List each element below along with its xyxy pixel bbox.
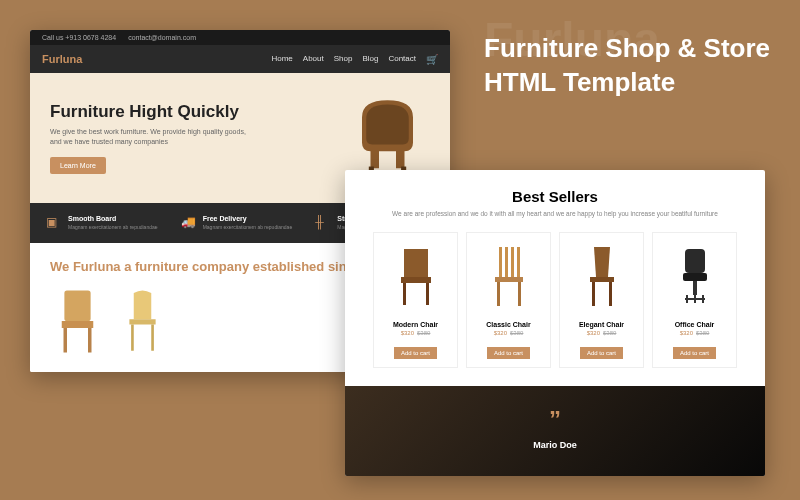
- product-price: $320: [587, 330, 600, 336]
- nav-blog[interactable]: Blog: [362, 54, 378, 65]
- feature-title: Smooth Board: [68, 215, 158, 222]
- add-to-cart-button[interactable]: Add to cart: [580, 347, 623, 359]
- about-pre: We: [50, 259, 73, 274]
- showcase-title-l2: HTML Template: [484, 66, 770, 100]
- svg-rect-4: [64, 328, 68, 353]
- product-price: $320: [680, 330, 693, 336]
- svg-rect-21: [592, 282, 595, 306]
- add-to-cart-button[interactable]: Add to cart: [487, 347, 530, 359]
- product-card[interactable]: Office Chair $320$380 Add to cart: [652, 232, 737, 368]
- feature-desc: Magnam exercitationem ab repudiandae: [203, 224, 293, 231]
- product-image: [572, 241, 632, 311]
- book-icon: ▣: [46, 215, 62, 231]
- feature-smooth: ▣ Smooth BoardMagnam exercitationem ab r…: [46, 215, 165, 231]
- sellers-title: Best Sellers: [365, 188, 745, 205]
- feature-delivery: 🚚 Free DeliveryMagnam exercitationem ab …: [181, 215, 300, 231]
- svg-rect-13: [499, 247, 502, 277]
- product-name: Modern Chair: [380, 321, 451, 328]
- svg-rect-9: [404, 249, 428, 277]
- products-grid: Modern Chair $320$380 Add to cart Classi…: [365, 232, 745, 368]
- svg-rect-23: [685, 249, 705, 273]
- hero-title: Furniture Hight Quickly: [50, 102, 259, 122]
- product-image: [479, 241, 539, 311]
- svg-rect-16: [517, 247, 520, 277]
- product-price: $320: [494, 330, 507, 336]
- top-bar: Call us +913 0678 4284 contact@domain.co…: [30, 30, 450, 45]
- svg-rect-3: [62, 321, 94, 328]
- quote-icon: ”: [365, 406, 745, 434]
- svg-rect-19: [518, 282, 521, 306]
- svg-rect-14: [505, 247, 508, 277]
- template-preview-2: Best Sellers We are are profession and w…: [345, 170, 765, 476]
- chair-image-2: [115, 286, 170, 356]
- product-image: [386, 241, 446, 311]
- svg-rect-12: [426, 283, 429, 305]
- product-old-price: $380: [417, 330, 430, 336]
- about-brand: Furluna: [73, 259, 121, 274]
- best-sellers-section: Best Sellers We are are profession and w…: [345, 170, 765, 386]
- feature-desc: Magnam exercitationem ab repudiandae: [68, 224, 158, 231]
- product-card[interactable]: Classic Chair $320$380 Add to cart: [466, 232, 551, 368]
- hero-desc: We give the best work furniture. We prov…: [50, 127, 259, 147]
- email-text: contact@domain.com: [128, 34, 196, 41]
- svg-rect-11: [403, 283, 406, 305]
- product-old-price: $380: [696, 330, 709, 336]
- nav-about[interactable]: About: [303, 54, 324, 65]
- svg-rect-15: [511, 247, 514, 277]
- svg-rect-17: [495, 277, 523, 282]
- showcase-title-l1: Furniture Shop & Store: [484, 32, 770, 66]
- product-name: Elegant Chair: [566, 321, 637, 328]
- phone-text: Call us +913 0678 4284: [42, 34, 116, 41]
- dumbbell-icon: ╫: [315, 215, 331, 231]
- product-name: Classic Chair: [473, 321, 544, 328]
- svg-rect-24: [683, 273, 707, 281]
- cart-icon[interactable]: 🛒: [426, 54, 438, 65]
- learn-more-button[interactable]: Learn More: [50, 157, 106, 174]
- truck-icon: 🚚: [181, 215, 197, 231]
- svg-rect-5: [88, 328, 92, 353]
- product-name: Office Chair: [659, 321, 730, 328]
- product-old-price: $380: [510, 330, 523, 336]
- chair-image-1: [50, 286, 105, 356]
- svg-rect-8: [151, 324, 154, 350]
- testimonial-section: ” Mario Doe: [345, 386, 765, 476]
- add-to-cart-button[interactable]: Add to cart: [394, 347, 437, 359]
- svg-rect-22: [609, 282, 612, 306]
- svg-rect-20: [590, 277, 614, 282]
- add-to-cart-button[interactable]: Add to cart: [673, 347, 716, 359]
- feature-title: Free Delivery: [203, 215, 293, 222]
- svg-rect-7: [131, 324, 134, 350]
- nav-contact[interactable]: Contact: [388, 54, 416, 65]
- main-nav: Home About Shop Blog Contact 🛒: [271, 54, 438, 65]
- nav-home[interactable]: Home: [271, 54, 292, 65]
- svg-rect-6: [129, 319, 155, 324]
- site-header: Furluna Home About Shop Blog Contact 🛒: [30, 45, 450, 73]
- sellers-desc: We are are profession and we do it with …: [365, 209, 745, 218]
- svg-rect-25: [693, 281, 697, 295]
- product-image: [665, 241, 725, 311]
- product-price: $320: [401, 330, 414, 336]
- svg-rect-2: [64, 290, 90, 321]
- product-card[interactable]: Elegant Chair $320$380 Add to cart: [559, 232, 644, 368]
- logo[interactable]: Furluna: [42, 53, 82, 65]
- svg-rect-18: [497, 282, 500, 306]
- product-old-price: $380: [603, 330, 616, 336]
- product-card[interactable]: Modern Chair $320$380 Add to cart: [373, 232, 458, 368]
- svg-rect-10: [401, 277, 431, 283]
- testimonial-author: Mario Doe: [365, 440, 745, 450]
- nav-shop[interactable]: Shop: [334, 54, 353, 65]
- showcase-title: Furniture Shop & Store HTML Template: [484, 32, 770, 100]
